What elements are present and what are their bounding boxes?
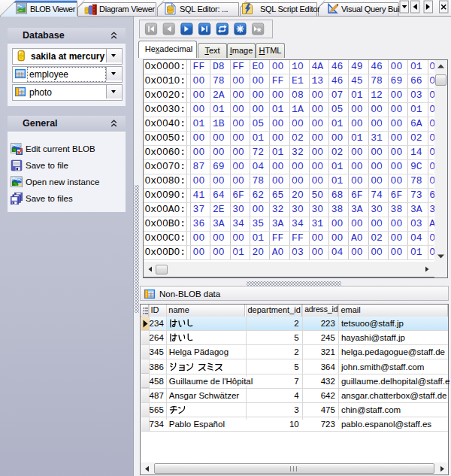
- svg-text:SQL Script Editor: SQL Script Editor: [260, 5, 320, 14]
- svg-text:Diagram Viewer: Diagram Viewer: [99, 5, 155, 14]
- svg-text:BLOB Viewer: BLOB Viewer: [30, 5, 76, 14]
- svg-text:SQL Editor: ...: SQL Editor: ...: [180, 5, 228, 14]
- svg-text:Visual Query Buil: Visual Query Buil: [341, 5, 401, 14]
